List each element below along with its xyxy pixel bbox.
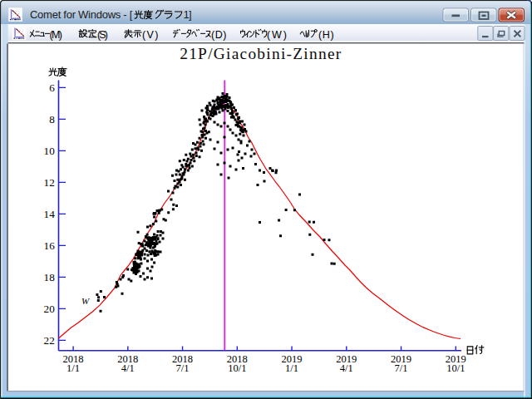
svg-text:7/1: 7/1 [395,362,408,374]
svg-text:(M): (M) [50,29,63,41]
svg-text:1/1: 1/1 [66,362,80,374]
svg-text:4/1: 4/1 [340,362,353,374]
svg-text:20: 20 [44,303,56,315]
svg-text:14: 14 [44,208,56,220]
svg-text:(V): (V) [142,29,158,41]
svg-text:7/1: 7/1 [176,362,190,374]
svg-text:12: 12 [44,176,55,189]
svg-text:(H): (H) [318,29,334,41]
svg-text:10/1: 10/1 [228,362,246,374]
svg-text:1]: 1] [183,8,191,21]
svg-text:4/1: 4/1 [121,362,135,374]
svg-text:22: 22 [44,334,55,347]
svg-text:21P/Giacobini-Zinner: 21P/Giacobini-Zinner [180,45,342,62]
svg-text:18: 18 [44,271,56,283]
svg-text:8: 8 [49,113,55,126]
svg-text:6: 6 [49,81,55,94]
svg-text:10: 10 [44,145,56,157]
svg-text:16: 16 [44,239,56,252]
svg-text:W: W [81,296,90,306]
svg-text:(D): (D) [211,29,226,41]
svg-text:10/1: 10/1 [446,362,465,374]
svg-text:1/1: 1/1 [285,362,298,374]
svg-text:(S): (S) [97,29,108,41]
svg-text:Comet for Windows - [: Comet for Windows - [ [30,8,133,21]
svg-text:(W): (W) [267,29,287,41]
